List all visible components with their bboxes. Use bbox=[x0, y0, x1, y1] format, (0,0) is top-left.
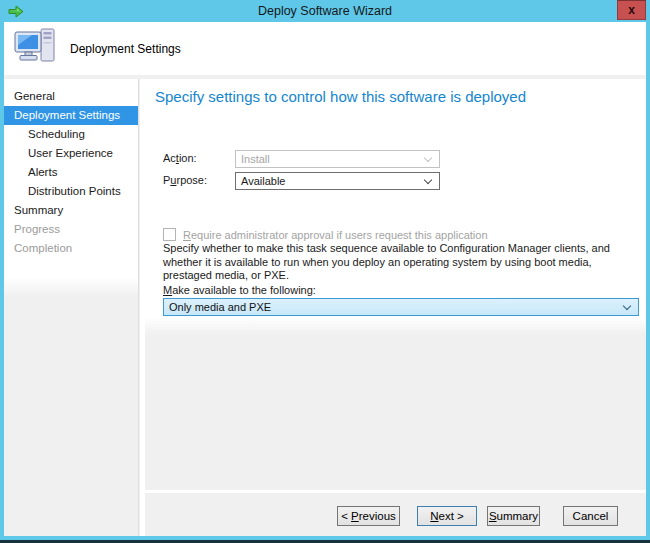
previous-label-post: revious bbox=[359, 510, 396, 522]
action-dropdown-value: Install bbox=[241, 153, 270, 165]
sidebar-item-distribution-points[interactable]: Distribution Points bbox=[4, 182, 138, 201]
approval-checkbox-label: Require administrator approval if users … bbox=[183, 229, 488, 241]
computer-icon bbox=[13, 27, 57, 73]
sidebar-item-deployment-settings[interactable]: Deployment Settings bbox=[4, 106, 138, 125]
approval-label-post: equire administrator approval if users r… bbox=[191, 229, 488, 241]
next-label-post: ext > bbox=[439, 510, 464, 522]
description-text: Specify whether to make this task sequen… bbox=[163, 242, 643, 283]
purpose-label: Purpose: bbox=[163, 174, 207, 186]
make-available-label-post: ake available to the following: bbox=[172, 284, 316, 296]
action-label-post: ion: bbox=[179, 152, 197, 164]
next-button[interactable]: Next > bbox=[417, 506, 477, 526]
content-pane: Specify settings to control how this sof… bbox=[145, 79, 646, 536]
next-label-key: N bbox=[430, 510, 438, 522]
sidebar-item-summary[interactable]: Summary bbox=[4, 201, 138, 220]
chevron-down-icon bbox=[623, 302, 631, 310]
approval-label-key: R bbox=[183, 229, 191, 241]
make-available-dropdown-value: Only media and PXE bbox=[169, 301, 271, 313]
page-heading: Specify settings to control how this sof… bbox=[155, 88, 526, 105]
chevron-down-icon bbox=[424, 154, 432, 162]
client-area: Deployment Settings General Deployment S… bbox=[4, 22, 646, 536]
previous-label-key: P bbox=[351, 510, 359, 522]
sidebar-item-general[interactable]: General bbox=[4, 87, 138, 106]
make-available-dropdown[interactable]: Only media and PXE bbox=[163, 298, 639, 316]
titlebar: Deploy Software Wizard x bbox=[0, 0, 650, 22]
wizard-nav: General Deployment Settings Scheduling U… bbox=[4, 79, 139, 536]
sidebar-item-completion: Completion bbox=[4, 239, 138, 258]
previous-button[interactable]: < Previous bbox=[337, 506, 400, 526]
wizard-page-header: Deployment Settings bbox=[4, 22, 646, 75]
approval-checkbox bbox=[163, 228, 176, 241]
purpose-dropdown-value: Available bbox=[241, 175, 285, 187]
deploy-software-wizard-window: Deploy Software Wizard x Deployment Se bbox=[0, 0, 650, 543]
wizard-body: General Deployment Settings Scheduling U… bbox=[4, 79, 646, 536]
purpose-label-post: rpose: bbox=[176, 174, 207, 186]
action-label-pre: Ac bbox=[163, 152, 176, 164]
sidebar-item-user-experience[interactable]: User Experience bbox=[4, 144, 138, 163]
summary-label-post: ummary bbox=[497, 510, 539, 522]
sidebar-item-alerts[interactable]: Alerts bbox=[4, 163, 138, 182]
action-dropdown: Install bbox=[235, 150, 440, 168]
previous-label-pre: < bbox=[341, 510, 351, 522]
summary-button[interactable]: Summary bbox=[487, 506, 540, 526]
summary-label-key: S bbox=[489, 510, 497, 522]
footer-separator bbox=[145, 490, 646, 493]
purpose-dropdown[interactable]: Available bbox=[235, 172, 440, 190]
cancel-button[interactable]: Cancel bbox=[563, 506, 618, 526]
make-available-label: Make available to the following: bbox=[163, 284, 316, 296]
sidebar-item-scheduling[interactable]: Scheduling bbox=[4, 125, 138, 144]
approval-checkbox-row: Require administrator approval if users … bbox=[163, 225, 488, 239]
page-title: Deployment Settings bbox=[70, 42, 181, 56]
close-button[interactable]: x bbox=[617, 0, 646, 20]
action-label: Action: bbox=[163, 152, 197, 164]
chevron-down-icon bbox=[424, 176, 432, 184]
sidebar-item-progress: Progress bbox=[4, 220, 138, 239]
window-title: Deploy Software Wizard bbox=[0, 0, 650, 22]
make-available-label-key: M bbox=[163, 284, 172, 296]
